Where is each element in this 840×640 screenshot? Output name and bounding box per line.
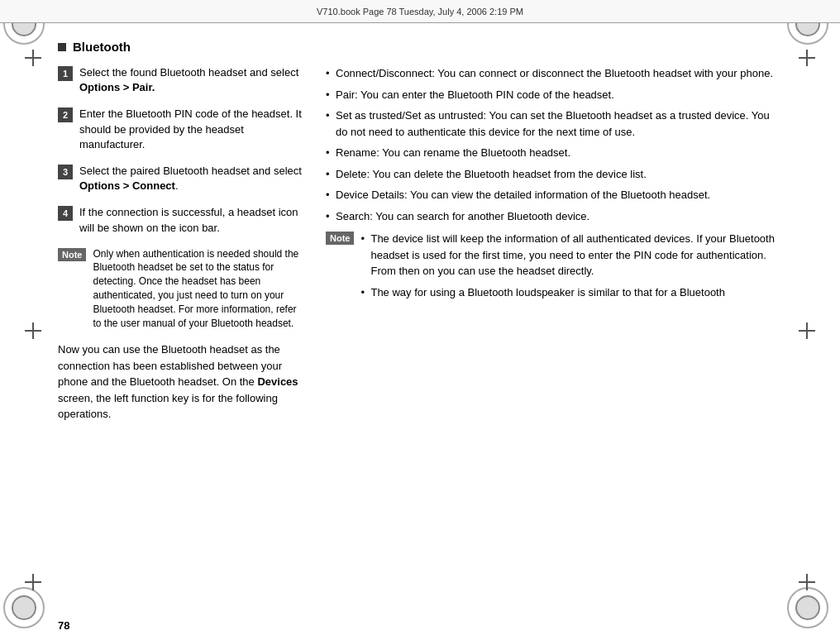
note-bullet-list: The device list will keep the informatio… xyxy=(360,231,782,300)
list-item: Pair: You can enter the Bluetooth PIN co… xyxy=(326,87,782,103)
step-text-2: Enter the Bluetooth PIN code of the head… xyxy=(79,107,306,152)
note-label-right: Note xyxy=(326,232,354,245)
list-item: Set as trusted/Set as untrusted: You can… xyxy=(326,107,782,140)
step-number-1: 1 xyxy=(58,66,73,81)
corner-decoration-br xyxy=(787,587,837,637)
step-text-1: Select the found Bluetooth headset and s… xyxy=(79,65,306,95)
page-number: 78 xyxy=(58,619,69,632)
note-text-right: The device list will keep the informatio… xyxy=(360,231,782,305)
step-3: 3 Select the paired Bluetooth headset an… xyxy=(58,164,306,193)
crosshair-bottom-left xyxy=(25,574,41,590)
corner-circle-bl xyxy=(3,587,45,628)
list-item: Delete: You can delete the Bluetooth hea… xyxy=(326,166,782,183)
list-item: Device Details: You can view the detaile… xyxy=(326,187,782,203)
main-content: Bluetooth 1 Select the found Bluetooth h… xyxy=(58,23,782,607)
step-text-4: If the connection is successful, a heads… xyxy=(79,205,306,235)
list-item: Connect/Disconnect: You can connect or d… xyxy=(326,65,782,82)
step-number-2: 2 xyxy=(58,107,73,122)
note-text-left: Only when authentication is needed shoul… xyxy=(93,247,306,331)
note-list-item: The way for using a Bluetooth loudspeake… xyxy=(360,284,782,301)
left-column: 1 Select the found Bluetooth headset and… xyxy=(58,65,306,607)
section-title-row: Bluetooth xyxy=(58,40,782,54)
step-4: 4 If the connection is successful, a hea… xyxy=(58,205,306,235)
two-column-layout: 1 Select the found Bluetooth headset and… xyxy=(58,65,782,607)
step-1: 1 Select the found Bluetooth headset and… xyxy=(58,65,306,95)
crosshair-bottom-right xyxy=(799,574,815,590)
crosshair-mid-right xyxy=(799,322,815,339)
section-title-text: Bluetooth xyxy=(73,40,131,54)
header-text: V710.book Page 78 Tuesday, July 4, 2006 … xyxy=(317,7,523,17)
step-2: 2 Enter the Bluetooth PIN code of the he… xyxy=(58,107,306,152)
paragraph: Now you can use the Bluetooth headset as… xyxy=(58,341,306,423)
note-list-item: The device list will keep the informatio… xyxy=(360,231,782,279)
title-marker-icon xyxy=(58,43,66,51)
list-item: Rename: You can rename the Bluetooth hea… xyxy=(326,145,782,161)
crosshair-top-left xyxy=(25,50,41,66)
note-label-left: Note xyxy=(58,248,86,261)
note-box-left: Note Only when authentication is needed … xyxy=(58,247,306,331)
step-number-3: 3 xyxy=(58,165,73,179)
crosshair-mid-left xyxy=(25,322,41,339)
list-item: Search: You can search for another Bluet… xyxy=(326,208,782,225)
page-header: V710.book Page 78 Tuesday, July 4, 2006 … xyxy=(0,0,840,23)
note-box-right: Note The device list will keep the infor… xyxy=(326,231,782,305)
step-text-3: Select the paired Bluetooth headset and … xyxy=(79,164,306,193)
step-number-4: 4 xyxy=(58,206,73,221)
corner-decoration-bl xyxy=(3,587,53,637)
bullet-list: Connect/Disconnect: You can connect or d… xyxy=(326,65,782,224)
corner-circle-br xyxy=(787,587,828,628)
crosshair-top-right xyxy=(799,50,815,66)
right-column: Connect/Disconnect: You can connect or d… xyxy=(326,65,782,607)
